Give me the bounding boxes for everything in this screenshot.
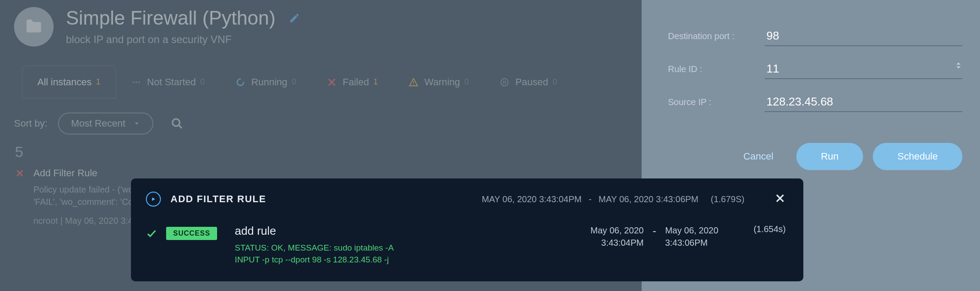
tab-count: 0: [465, 77, 469, 87]
page-header: Simple Firewall (Python) block IP and po…: [0, 0, 642, 51]
svg-point-5: [501, 78, 508, 86]
sort-label: Sort by:: [14, 118, 47, 129]
tab-label: Failed: [343, 76, 369, 88]
check-icon: [146, 228, 157, 241]
source-ip-label: Source IP :: [668, 97, 765, 107]
tab-count: 1: [96, 77, 101, 87]
svg-line-9: [179, 125, 182, 128]
page-subtitle: block IP and port on a security VNF: [66, 33, 300, 46]
schedule-button[interactable]: Schedule: [873, 143, 962, 170]
step-message-line2: INPUT -p tcp --dport 98 -s 128.23.45.68 …: [235, 254, 393, 266]
rule-id-input[interactable]: [765, 59, 962, 79]
form-actions: Cancel Run Schedule: [668, 143, 962, 170]
section-number: 5: [15, 143, 642, 160]
tab-paused[interactable]: Paused 0: [484, 65, 573, 98]
ellipsis-icon: [131, 77, 141, 87]
edit-icon[interactable]: [289, 12, 300, 24]
tab-not-started[interactable]: Not Started 0: [116, 65, 220, 98]
svg-point-1: [135, 81, 137, 83]
tab-label: Warning: [425, 76, 460, 88]
step-end-time: May 06, 2020 3:43:06PM: [665, 224, 718, 249]
tab-count: 1: [374, 77, 378, 87]
step-start-time: May 06, 2020 3:43:04PM: [591, 224, 644, 249]
field-rule-id: Rule ID :: [668, 59, 962, 79]
instance-tabs: All instances 1 Not Started 0 Running 0 …: [22, 64, 642, 99]
sort-value: Most Recent: [71, 118, 126, 129]
rule-id-label: Rule ID :: [668, 64, 765, 74]
search-icon[interactable]: [171, 117, 183, 130]
chevron-down-icon: [133, 120, 140, 127]
tab-all-instances[interactable]: All instances 1: [22, 65, 116, 98]
svg-point-8: [173, 119, 180, 126]
tab-count: 0: [292, 77, 296, 87]
warning-icon: [409, 77, 418, 87]
chevron-down-icon: [955, 65, 962, 70]
svg-point-2: [138, 81, 140, 83]
popup-end: MAY 06, 2020 3:43:06PM: [599, 194, 698, 204]
time-separator: -: [653, 224, 657, 238]
step-title: add rule: [235, 224, 393, 238]
toolbar: Sort by: Most Recent: [14, 113, 642, 135]
tab-label: Running: [251, 76, 287, 88]
rule-detail-popup: ADD FILTER RULE MAY 06, 2020 3:43:04PM -…: [131, 178, 803, 281]
tab-label: All instances: [37, 76, 92, 88]
close-button[interactable]: [774, 193, 786, 206]
tab-warning[interactable]: Warning 0: [393, 65, 484, 98]
tab-label: Not Started: [147, 76, 196, 88]
status-badge: SUCCESS: [166, 227, 217, 240]
destination-port-input[interactable]: [765, 26, 962, 46]
page-title: Simple Firewall (Python): [66, 7, 300, 29]
folder-icon: [14, 7, 54, 47]
page-title-text: Simple Firewall (Python): [66, 7, 276, 29]
cancel-button[interactable]: Cancel: [730, 143, 786, 170]
source-ip-input[interactable]: [765, 92, 962, 112]
rule-id-stepper[interactable]: [955, 61, 962, 70]
tab-running[interactable]: Running 0: [220, 65, 312, 98]
chevron-up-icon: [955, 61, 962, 65]
svg-point-4: [413, 84, 414, 85]
destination-port-label: Destination port :: [668, 31, 765, 41]
popup-start: MAY 06, 2020 3:43:04PM: [482, 194, 581, 204]
pause-icon: [500, 77, 509, 87]
field-destination-port: Destination port :: [668, 26, 962, 46]
tab-failed[interactable]: Failed 1: [312, 65, 393, 98]
popup-duration: (1.679S): [711, 194, 744, 204]
step-message-line1: STATUS: OK, MESSAGE: sudo iptables -A: [235, 242, 393, 254]
sort-dropdown[interactable]: Most Recent: [58, 113, 154, 135]
run-button[interactable]: Run: [796, 143, 863, 170]
tab-label: Paused: [515, 76, 548, 88]
play-icon: [146, 192, 161, 207]
popup-dash: -: [588, 194, 592, 204]
x-icon: [327, 77, 337, 87]
instance-title: Add Filter Rule: [33, 167, 98, 179]
spinner-icon: [236, 77, 245, 87]
x-icon: [15, 168, 25, 178]
svg-point-0: [132, 81, 134, 83]
step-duration: (1.654s): [754, 224, 786, 234]
tab-count: 0: [200, 77, 205, 87]
tab-count: 0: [552, 77, 557, 87]
field-source-ip: Source IP :: [668, 92, 962, 112]
popup-title: ADD FILTER RULE: [171, 193, 266, 205]
popup-time-range: MAY 06, 2020 3:43:04PM - MAY 06, 2020 3:…: [478, 194, 748, 204]
